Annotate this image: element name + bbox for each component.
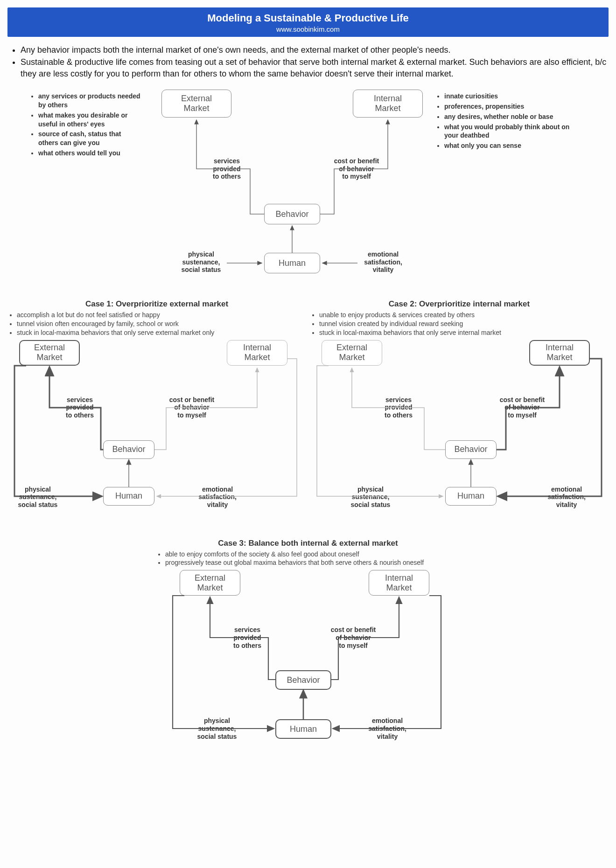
- behavior-node: Behavior: [103, 440, 154, 459]
- edge-cost-label: cost or benefit of behavior to myself: [328, 626, 379, 649]
- edge-cost-label: cost or benefit of behavior to myself: [497, 396, 548, 419]
- human-node: Human: [445, 487, 497, 506]
- edge-physical-label: physical sustenance, social status: [175, 250, 227, 274]
- edge-services-label: services provided to others: [203, 157, 250, 181]
- edge-cost-label: cost or benefit of behavior to myself: [166, 396, 217, 419]
- edge-emotional-label: emotional satisfaction, vitality: [364, 717, 411, 740]
- human-node: Human: [264, 253, 320, 273]
- case2-column: Case 2: Overprioritize internal market u…: [310, 299, 609, 527]
- edge-emotional-label: emotional satisfaction, vitality: [357, 250, 409, 274]
- human-node: Human: [275, 719, 331, 739]
- header-banner: Modeling a Sustainable & Productive Life…: [7, 7, 609, 37]
- internal-market-node: Internal Market: [529, 340, 590, 366]
- human-node: Human: [103, 487, 154, 506]
- site-url: www.soobinkim.com: [7, 25, 609, 33]
- case1-column: Case 1: Overprioritize external market a…: [7, 299, 306, 527]
- edge-emotional-label: emotional satisfaction, vitality: [194, 486, 241, 509]
- intro-item: Sustainable & productive life comes from…: [21, 56, 609, 79]
- main-diagram: any services or products needed by other…: [31, 90, 581, 290]
- external-market-node: External Market: [161, 90, 231, 118]
- edge-physical-label: physical sustenance, social status: [14, 486, 61, 509]
- external-market-node: External Market: [180, 570, 240, 596]
- edge-services-label: services provided to others: [378, 396, 420, 419]
- internal-market-node: Internal Market: [353, 90, 423, 118]
- behavior-node: Behavior: [445, 440, 497, 459]
- case3-bullets: able to enjoy comforts of the society & …: [159, 550, 457, 568]
- internal-market-node: Internal Market: [227, 340, 287, 366]
- edge-physical-label: physical sustenance, social status: [347, 486, 394, 509]
- edge-physical-label: physical sustenance, social status: [194, 717, 240, 740]
- cases-row: Case 1: Overprioritize external market a…: [7, 299, 609, 527]
- case3-diagram: External Market Internal Market Behavior…: [159, 570, 457, 757]
- external-market-node: External Market: [322, 340, 382, 366]
- internal-market-traits: innate curiosities proferences, propensi…: [437, 92, 577, 152]
- case2-title: Case 2: Overprioritize internal market: [310, 299, 609, 309]
- edge-services-label: services provided to others: [226, 626, 268, 649]
- case3-title: Case 3: Balance both internal & external…: [218, 539, 398, 548]
- behavior-node: Behavior: [275, 670, 331, 690]
- intro-item: Any behavior impacts both the internal m…: [21, 44, 609, 56]
- case3-column: Case 3: Balance both internal & external…: [7, 539, 609, 757]
- external-market-traits: any services or products needed by other…: [31, 92, 143, 159]
- edge-cost-label: cost or benefit of behavior to myself: [329, 157, 385, 181]
- case2-bullets: unable to enjoy products & services crea…: [313, 311, 609, 337]
- case1-diagram: External Market Internal Market Behavior…: [7, 340, 306, 527]
- case2-diagram: External Market Internal Market Behavior…: [310, 340, 609, 527]
- edge-emotional-label: emotional satisfaction, vitality: [543, 486, 590, 509]
- internal-market-node: Internal Market: [369, 570, 429, 596]
- edge-services-label: services provided to others: [59, 396, 101, 419]
- intro-list: Any behavior impacts both the internal m…: [21, 44, 609, 79]
- behavior-node: Behavior: [264, 204, 320, 224]
- case1-bullets: accomplish a lot but do not feel satisfi…: [10, 311, 306, 337]
- page-title: Modeling a Sustainable & Productive Life: [7, 12, 609, 24]
- external-market-node: External Market: [19, 340, 80, 366]
- case1-title: Case 1: Overprioritize external market: [7, 299, 306, 309]
